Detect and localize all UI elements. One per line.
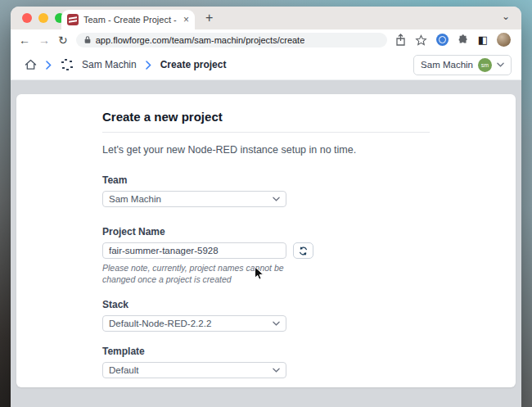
- tab-strip: Team - Create Project - FlowFo × + ⌄: [11, 7, 521, 29]
- back-button[interactable]: ←: [19, 34, 30, 46]
- regenerate-name-button[interactable]: [293, 242, 313, 259]
- browser-profile-avatar[interactable]: [497, 33, 511, 47]
- toolbar-right-icons: ◧ ⋮: [395, 33, 521, 47]
- stack-select[interactable]: Default-Node-RED-2.2.2: [102, 315, 286, 332]
- url-bar[interactable]: app.flowforge.com/team/sam-machin/projec…: [76, 33, 387, 47]
- project-name-note: Please note, currently, project names ca…: [102, 262, 299, 285]
- breadcrumb: Sam Machin Create project Sam Machin sm: [11, 50, 521, 80]
- browser-tab[interactable]: Team - Create Project - FlowFo ×: [61, 10, 195, 29]
- template-select[interactable]: Default: [102, 362, 286, 378]
- page-background: Create a new project Let's get your new …: [11, 80, 521, 407]
- chevron-right-icon: [146, 61, 151, 70]
- stack-label: Stack: [102, 299, 430, 310]
- bookmark-star-icon[interactable]: [415, 34, 427, 46]
- tab-search-chevron-icon[interactable]: ⌄: [502, 11, 510, 22]
- sidebar-extension-icon[interactable]: ◧: [478, 34, 488, 45]
- template-label: Template: [102, 346, 430, 357]
- form-subtitle: Let's get your new Node-RED instance set…: [102, 144, 430, 156]
- project-name-row: [102, 237, 430, 259]
- page-title: Create a new project: [102, 110, 430, 133]
- tab-close-icon[interactable]: ×: [183, 15, 189, 25]
- create-project-form: Create a new project Let's get your new …: [102, 94, 430, 387]
- team-avatar-icon: [61, 59, 73, 71]
- chevron-down-icon: [497, 62, 504, 67]
- chevron-right-icon: [46, 61, 52, 70]
- chevron-down-icon: [273, 321, 280, 326]
- flowforge-favicon-icon: [67, 14, 79, 25]
- user-menu-name: Sam Machin: [421, 60, 473, 70]
- browser-toolbar: ← → ↻ app.flowforge.com/team/sam-machin/…: [11, 29, 521, 50]
- team-select[interactable]: Sam Machin: [102, 191, 286, 207]
- traffic-lights: [22, 13, 65, 23]
- browser-menu-icon[interactable]: ⋮: [520, 34, 521, 45]
- mouse-cursor: [254, 266, 264, 282]
- project-name-input[interactable]: [102, 242, 286, 259]
- template-select-value: Default: [109, 365, 273, 375]
- reload-button[interactable]: ↻: [58, 34, 68, 46]
- home-icon[interactable]: [25, 59, 37, 70]
- tab-title: Team - Create Project - FlowFo: [83, 15, 178, 25]
- chevron-down-icon: [273, 197, 280, 201]
- chevron-down-icon: [273, 368, 280, 373]
- user-menu-button[interactable]: Sam Machin sm: [413, 55, 512, 75]
- create-project-card: Create a new project Let's get your new …: [16, 94, 516, 387]
- breadcrumb-current: Create project: [160, 59, 227, 70]
- forward-button[interactable]: →: [38, 34, 50, 46]
- team-label: Team: [102, 174, 430, 186]
- project-name-label: Project Name: [102, 226, 430, 237]
- breadcrumb-team[interactable]: Sam Machin: [82, 59, 137, 70]
- team-select-value: Sam Machin: [109, 194, 273, 204]
- minimize-window-button[interactable]: [38, 13, 48, 23]
- url-text: app.flowforge.com/team/sam-machin/projec…: [96, 35, 305, 45]
- lock-icon: [83, 35, 92, 44]
- refresh-icon: [298, 246, 309, 256]
- user-avatar: sm: [478, 58, 492, 72]
- breadcrumb-items: Sam Machin Create project: [25, 59, 226, 71]
- extensions-puzzle-icon[interactable]: [458, 34, 469, 46]
- password-extension-icon[interactable]: [436, 34, 449, 46]
- share-icon[interactable]: [395, 34, 406, 46]
- stack-select-value: Default-Node-RED-2.2.2: [109, 319, 273, 328]
- close-window-button[interactable]: [22, 13, 32, 23]
- new-tab-button[interactable]: +: [205, 11, 213, 25]
- browser-window: Team - Create Project - FlowFo × + ⌄ ← →…: [11, 7, 521, 407]
